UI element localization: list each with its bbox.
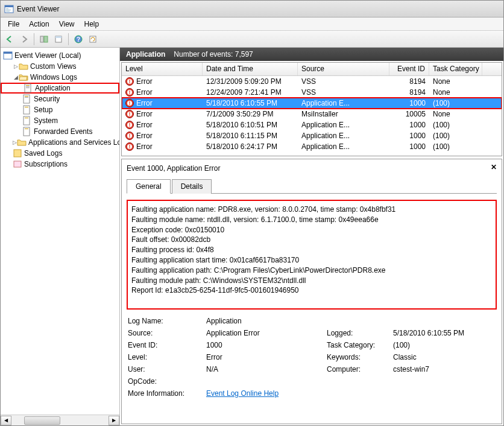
- folder-icon: [19, 62, 28, 71]
- close-icon[interactable]: ✕: [490, 163, 498, 171]
- col-level[interactable]: Level: [122, 63, 203, 75]
- tree-system[interactable]: System: [1, 115, 119, 126]
- log-icon: [22, 127, 32, 136]
- tree-label: Forwarded Events: [34, 127, 92, 136]
- tree-subscriptions[interactable]: Subscriptions: [1, 159, 119, 170]
- cell-eventid: 8194: [389, 77, 429, 86]
- meta-source-value: Application Error: [206, 329, 327, 337]
- svg-rect-13: [4, 52, 12, 54]
- scroll-left-arrow[interactable]: ◀: [1, 416, 11, 425]
- app-icon: [4, 4, 14, 14]
- event-row[interactable]: !Error5/18/2010 6:24:17 PMApplication E.…: [122, 141, 502, 152]
- scroll-right-arrow[interactable]: ▶: [109, 416, 119, 425]
- svg-text:?: ?: [77, 36, 80, 43]
- tree-setup[interactable]: Setup: [1, 104, 119, 115]
- fault-line: Faulting application path: C:\Program Fi…: [131, 265, 492, 276]
- col-source[interactable]: Source: [298, 63, 389, 75]
- meta-keywords-value: Classic: [393, 353, 502, 361]
- tree-label: Setup: [34, 106, 52, 114]
- cell-level: !Error: [122, 88, 203, 97]
- svg-text:!: !: [129, 89, 131, 95]
- cell-date: 7/1/2009 3:50:29 PM: [203, 110, 298, 118]
- cell-source: Application E...: [298, 99, 389, 107]
- cell-eventid: 1000: [389, 142, 429, 151]
- log-icon: [22, 94, 32, 104]
- cell-level: !Error: [122, 110, 203, 118]
- meta-computer-value: cstest-win7: [393, 365, 502, 374]
- meta-level-value: Error: [206, 353, 327, 361]
- svg-text:!: !: [129, 78, 131, 84]
- svg-text:!: !: [129, 133, 131, 139]
- event-row[interactable]: !Error5/18/2010 6:10:51 PMApplication E.…: [122, 119, 502, 130]
- cell-eventid: 1000: [389, 99, 429, 107]
- scroll-thumb[interactable]: [24, 416, 60, 425]
- event-row[interactable]: !Error12/24/2009 7:21:41 PMVSS8194None: [122, 87, 502, 98]
- svg-rect-24: [25, 118, 28, 118]
- menu-file[interactable]: File: [3, 19, 24, 30]
- event-row[interactable]: !Error12/31/2009 5:09:20 PMVSS8194None: [122, 76, 502, 87]
- fault-line: Faulting application name: PDR8.exe, ver…: [131, 205, 492, 215]
- tree-label: Subscriptions: [24, 160, 68, 168]
- cell-task: None: [429, 77, 482, 86]
- menu-action[interactable]: Action: [24, 19, 54, 30]
- cell-eventid: 1000: [389, 121, 429, 129]
- expander-icon[interactable]: ◢: [13, 74, 19, 80]
- col-task[interactable]: Task Category: [429, 63, 482, 75]
- expander-icon[interactable]: ▷: [13, 139, 17, 145]
- meta-task-value: (100): [393, 341, 502, 349]
- tree: Event Viewer (Local) ▷ Custom Views ◢ Wi…: [1, 48, 119, 415]
- col-date[interactable]: Date and Time: [203, 63, 298, 75]
- cell-source: VSS: [298, 88, 389, 97]
- help-button[interactable]: ?: [72, 33, 85, 46]
- event-row[interactable]: !Error5/18/2010 6:10:55 PMApplication E.…: [122, 98, 502, 109]
- tree-root[interactable]: Event Viewer (Local): [1, 50, 119, 61]
- cell-source: VSS: [298, 77, 389, 86]
- col-eventid[interactable]: Event ID: [389, 63, 429, 75]
- svg-rect-6: [44, 36, 48, 42]
- details-pane: ✕ Event 1000, Application Error General …: [121, 159, 502, 424]
- header-count: Number of events: 7,597: [174, 50, 253, 59]
- menu-help[interactable]: Help: [80, 19, 104, 30]
- cell-task: (100): [429, 142, 482, 151]
- fault-line: Faulting process id: 0x4f8: [131, 245, 492, 255]
- svg-text:!: !: [129, 144, 131, 150]
- svg-rect-3: [6, 10, 11, 10]
- tree-security[interactable]: Security: [1, 94, 119, 104]
- tree-custom-views[interactable]: ▷ Custom Views: [1, 61, 119, 72]
- cell-date: 5/18/2010 6:10:55 PM: [203, 99, 298, 107]
- cell-task: (100): [429, 132, 482, 140]
- refresh-button[interactable]: [86, 33, 99, 46]
- window-title: Event Viewer: [17, 5, 59, 13]
- sidebar: Event Viewer (Local) ▷ Custom Views ◢ Wi…: [1, 48, 120, 425]
- svg-rect-17: [26, 87, 30, 88]
- tree-apps-services[interactable]: ▷ Applications and Services Logs: [1, 137, 119, 148]
- show-hide-button[interactable]: [37, 33, 51, 46]
- event-row[interactable]: !Error7/1/2009 3:50:29 PMMsiInstaller100…: [122, 109, 502, 119]
- cell-source: Application E...: [298, 121, 389, 129]
- tab-details[interactable]: Details: [172, 179, 212, 194]
- events-body[interactable]: !Error12/31/2009 5:09:20 PMVSS8194None!E…: [122, 76, 502, 156]
- back-button[interactable]: [3, 33, 16, 46]
- svg-rect-19: [25, 96, 28, 97]
- tree-saved-logs[interactable]: Saved Logs: [1, 148, 119, 159]
- tab-general[interactable]: General: [127, 179, 171, 194]
- fault-line: Exception code: 0xc0150010: [131, 225, 492, 235]
- tree-windows-logs[interactable]: ◢ Windows Logs: [1, 72, 119, 83]
- fault-line: Faulting application start time: 0x01caf…: [131, 255, 492, 265]
- cell-eventid: 8194: [389, 88, 429, 97]
- tree-forwarded[interactable]: Forwarded Events: [1, 126, 119, 137]
- sidebar-hscroll[interactable]: ◀ ▶: [1, 415, 119, 425]
- tree-label: Application: [35, 84, 71, 92]
- details-title: Event 1000, Application Error: [127, 164, 497, 173]
- moreinfo-link[interactable]: Event Log Online Help: [206, 389, 279, 398]
- event-row[interactable]: !Error5/18/2010 6:11:15 PMApplication E.…: [122, 130, 502, 141]
- menu-view[interactable]: View: [54, 19, 80, 30]
- cell-eventid: 1000: [389, 132, 429, 140]
- forward-button[interactable]: [17, 33, 31, 46]
- tree-application[interactable]: Application: [1, 83, 119, 94]
- properties-button[interactable]: [52, 33, 65, 46]
- expander-icon[interactable]: ▷: [13, 63, 19, 69]
- details-tabs: General Details: [127, 179, 497, 194]
- meta-user-value: N/A: [206, 365, 327, 374]
- meta-task-label: Task Category:: [327, 341, 393, 349]
